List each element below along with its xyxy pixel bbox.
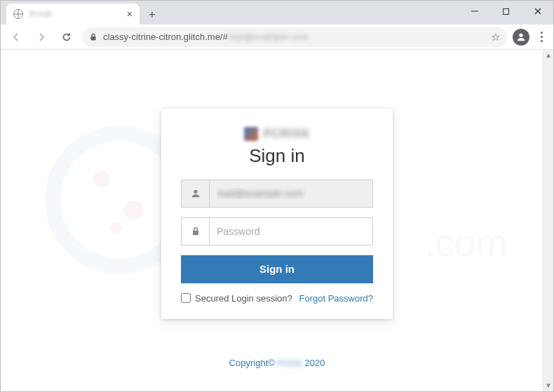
- tab-title: Pcrisk: [29, 9, 121, 19]
- copyright-year: 2020: [302, 358, 325, 368]
- maximize-icon: [502, 8, 510, 15]
- address-bar[interactable]: classy-citrine-citron.glitch.me/#mail@ex…: [82, 27, 507, 47]
- email-field[interactable]: [210, 180, 372, 207]
- person-icon: [515, 32, 527, 43]
- close-window-button[interactable]: [522, 1, 553, 22]
- menu-dot: [541, 32, 543, 34]
- svg-point-10: [110, 222, 121, 234]
- svg-rect-14: [192, 231, 198, 235]
- minimize-button[interactable]: [459, 1, 490, 22]
- email-field-wrapper: [181, 180, 373, 208]
- signin-button[interactable]: Sign in: [181, 255, 373, 283]
- minimize-icon: [471, 7, 479, 15]
- secured-session-checkbox[interactable]: [181, 293, 191, 303]
- svg-point-8: [93, 170, 110, 187]
- lock-icon: [182, 218, 210, 245]
- forward-button[interactable]: [32, 27, 51, 47]
- brand-logo-icon: [244, 127, 258, 141]
- url-fragment: mail@example.com: [228, 32, 308, 42]
- lock-icon: [89, 33, 97, 41]
- secured-session-label[interactable]: Secured Login session?: [181, 293, 292, 304]
- reload-button[interactable]: [57, 27, 76, 47]
- url-text: classy-citrine-citron.glitch.me/#mail@ex…: [103, 32, 308, 42]
- svg-point-9: [123, 201, 143, 220]
- menu-dot: [541, 40, 543, 42]
- svg-text:.com: .com: [424, 221, 508, 264]
- arrow-right-icon: [36, 32, 47, 43]
- url-visible: classy-citrine-citron.glitch.me/#: [103, 32, 228, 42]
- page-title: Sign in: [181, 145, 373, 167]
- toolbar: classy-citrine-citron.glitch.me/#mail@ex…: [1, 25, 553, 50]
- menu-dot: [541, 36, 543, 38]
- svg-point-5: [519, 33, 522, 36]
- svg-rect-1: [504, 8, 509, 14]
- back-button[interactable]: [6, 27, 26, 47]
- menu-button[interactable]: [535, 32, 548, 42]
- svg-point-13: [194, 189, 197, 193]
- brand-name: PCRISK: [264, 128, 310, 140]
- user-icon: [182, 180, 210, 207]
- tab-strip: Pcrisk × +: [1, 1, 162, 25]
- copyright-brand: Pcrisk: [277, 358, 302, 368]
- titlebar: Pcrisk × +: [1, 1, 553, 25]
- page-viewport: risk .com PCRISK Sign in: [1, 50, 553, 391]
- maximize-button[interactable]: [490, 1, 522, 22]
- scroll-down-icon[interactable]: ▼: [545, 382, 552, 389]
- scrollbar[interactable]: ▲ ▼: [543, 50, 553, 391]
- password-field[interactable]: [210, 218, 372, 245]
- copyright-prefix: Copyright©: [229, 358, 278, 368]
- new-tab-button[interactable]: +: [142, 5, 162, 25]
- bookmark-star-icon[interactable]: ☆: [491, 31, 500, 43]
- arrow-left-icon: [11, 32, 22, 43]
- close-tab-icon[interactable]: ×: [127, 8, 133, 20]
- login-card: PCRISK Sign in Sign in Secured Login: [161, 109, 393, 319]
- globe-icon: [13, 9, 23, 19]
- browser-window: Pcrisk × +: [0, 0, 554, 392]
- scroll-up-icon[interactable]: ▲: [545, 52, 552, 59]
- window-controls: [459, 1, 553, 22]
- close-icon: [534, 7, 542, 15]
- copyright: Copyright© Pcrisk 2020: [229, 358, 325, 368]
- reload-icon: [61, 32, 72, 43]
- browser-tab[interactable]: Pcrisk ×: [6, 4, 140, 25]
- forgot-password-link[interactable]: Forgot Password?: [299, 293, 374, 304]
- profile-avatar[interactable]: [513, 29, 529, 46]
- login-options: Secured Login session? Forgot Password?: [181, 293, 373, 304]
- password-field-wrapper: [181, 217, 373, 245]
- svg-rect-4: [91, 36, 96, 41]
- brand: PCRISK: [181, 127, 373, 141]
- secured-session-text: Secured Login session?: [195, 293, 292, 304]
